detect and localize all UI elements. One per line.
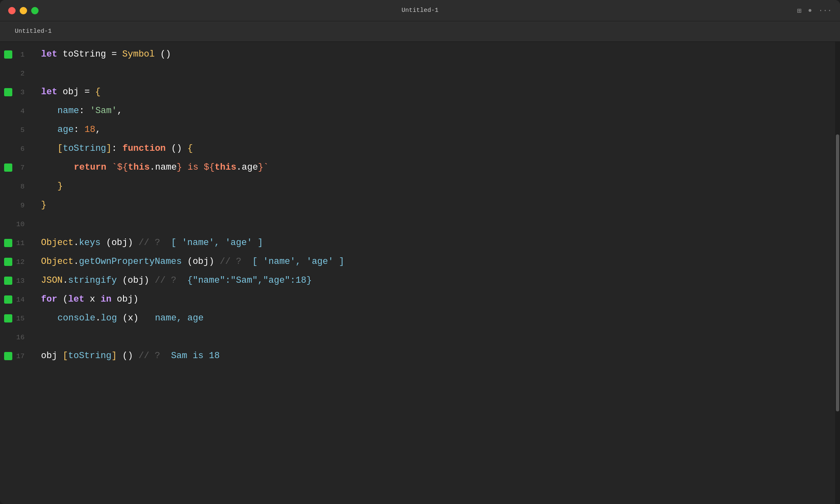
code-line-9: }: [41, 196, 835, 215]
bp-2: [0, 64, 16, 83]
bp-17: [0, 347, 16, 366]
tab-untitled[interactable]: Untitled-1: [8, 25, 58, 37]
breakpoint-dot: [4, 314, 12, 322]
keyword-function: function: [122, 139, 166, 158]
more-options-icon[interactable]: ···: [819, 7, 832, 15]
breakpoint-dot: [4, 277, 12, 285]
maximize-button[interactable]: [31, 7, 39, 14]
traffic-lights: [8, 7, 39, 14]
line-num-11: 11: [16, 234, 33, 252]
keyword-let: let: [41, 45, 57, 64]
line-num-7: 7: [16, 158, 33, 177]
line-num-16: 16: [16, 328, 33, 347]
code-line-16: [41, 328, 835, 347]
titlebar-actions: ⊞ ● ···: [797, 6, 832, 15]
scrollbar[interactable]: [835, 42, 840, 504]
bp-12: [0, 252, 16, 271]
code-line-11: Object . keys (obj) // ? [ 'name', 'age'…: [41, 234, 835, 252]
scrollbar-thumb[interactable]: [836, 134, 839, 412]
bp-4: [0, 102, 16, 120]
keyword-let: let: [41, 83, 57, 102]
line-num-6: 6: [16, 139, 33, 158]
code-content-5: age : 18 ,: [41, 120, 101, 139]
code-line-8: }: [41, 177, 835, 196]
code-content-12: Object . getOwnPropertyNames (obj) // ? …: [41, 252, 344, 271]
circle-icon[interactable]: ●: [808, 7, 812, 14]
bp-6: [0, 139, 16, 158]
line-num-5: 5: [16, 120, 33, 139]
line-num-2: 2: [16, 64, 33, 83]
bp-5: [0, 120, 16, 139]
code-content-3: let obj = {: [41, 83, 100, 102]
breakpoint-dot: [4, 352, 12, 360]
code-line-7: return `${ this .name } is ${ this .age …: [41, 158, 835, 177]
bp-9: [0, 196, 16, 215]
code-content-15: console . log (x) name, age: [41, 309, 203, 328]
code-content-9: }: [41, 196, 46, 215]
editor-window: Untitled-1 ⊞ ● ··· Untitled-1: [0, 0, 840, 504]
code-line-3: let obj = {: [41, 83, 835, 102]
bp-7: [0, 158, 16, 177]
bp-15: [0, 309, 16, 328]
bp-16: [0, 328, 16, 347]
close-button[interactable]: [8, 7, 16, 14]
code-line-1: let toString = Symbol (): [41, 45, 835, 64]
bp-3: [0, 83, 16, 102]
line-num-8: 8: [16, 177, 33, 196]
code-content-6: [ toString ] : function () {: [41, 139, 193, 158]
window-title: Untitled-1: [402, 7, 438, 14]
code-line-4: name : 'Sam' ,: [41, 102, 835, 120]
breakpoint-dot: [4, 295, 12, 304]
breakpoints-column: [0, 42, 16, 504]
line-num-17: 17: [16, 347, 33, 366]
line-num-10: 10: [16, 215, 33, 234]
bp-10: [0, 215, 16, 234]
keyword-return: return: [74, 158, 106, 177]
split-editor-icon[interactable]: ⊞: [797, 6, 801, 15]
code-content-11: Object . keys (obj) // ? [ 'name', 'age'…: [41, 234, 263, 252]
code-area[interactable]: let toString = Symbol () let obj = {: [41, 42, 835, 504]
code-content-7: return `${ this .name } is ${ this .age …: [41, 158, 269, 177]
bp-8: [0, 177, 16, 196]
line-num-9: 9: [16, 196, 33, 215]
breakpoint-dot: [4, 88, 12, 96]
editor-container: 1 2 3 4 5 6 7 8 9 10 11 12 13 14 15 16 1…: [0, 42, 840, 504]
code-line-13: JSON . stringify (obj) // ? {"name":"Sam…: [41, 271, 835, 290]
code-line-10: [41, 215, 835, 234]
code-line-14: for ( let x in obj): [41, 290, 835, 309]
line-num-3: 3: [16, 83, 33, 102]
bp-13: [0, 271, 16, 290]
minimize-button[interactable]: [20, 7, 27, 14]
bp-11: [0, 234, 16, 252]
code-line-2: [41, 64, 835, 83]
keyword-for: for: [41, 290, 57, 309]
breakpoint-dot: [4, 50, 12, 59]
code-content-14: for ( let x in obj): [41, 290, 139, 309]
line-num-1: 1: [16, 45, 33, 64]
code-content-1: let toString = Symbol (): [41, 45, 171, 64]
bp-1: [0, 45, 16, 64]
line-num-12: 12: [16, 252, 33, 271]
titlebar: Untitled-1 ⊞ ● ···: [0, 0, 840, 21]
line-num-13: 13: [16, 271, 33, 290]
tab-bar: Untitled-1: [0, 21, 840, 42]
breakpoint-dot: [4, 163, 12, 172]
bp-14: [0, 290, 16, 309]
breakpoint-dot: [4, 239, 12, 247]
code-content-13: JSON . stringify (obj) // ? {"name":"Sam…: [41, 271, 312, 290]
code-line-6: [ toString ] : function () {: [41, 139, 835, 158]
code-line-5: age : 18 ,: [41, 120, 835, 139]
code-line-15: console . log (x) name, age: [41, 309, 835, 328]
code-line-12: Object . getOwnPropertyNames (obj) // ? …: [41, 252, 835, 271]
line-num-4: 4: [16, 102, 33, 120]
line-num-14: 14: [16, 290, 33, 309]
line-num-15: 15: [16, 309, 33, 328]
code-content-4: name : 'Sam' ,: [41, 102, 122, 120]
breakpoint-dot: [4, 258, 12, 266]
line-numbers: 1 2 3 4 5 6 7 8 9 10 11 12 13 14 15 16 1…: [16, 42, 41, 504]
code-content-17: obj [ toString ] () // ? Sam is 18: [41, 347, 220, 366]
code-content-8: }: [41, 177, 63, 196]
code-line-17: obj [ toString ] () // ? Sam is 18: [41, 347, 835, 366]
